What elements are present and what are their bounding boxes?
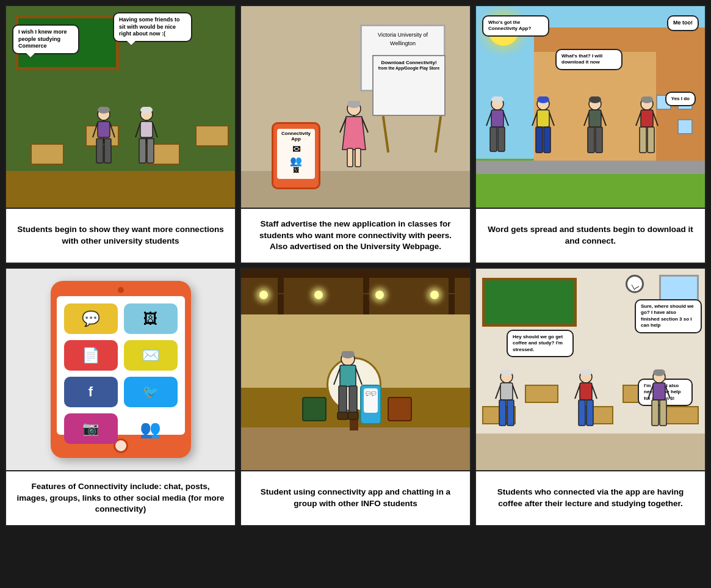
svg-rect-14 bbox=[147, 139, 154, 163]
panel3: Who's got the Connectivity App? Me too! … bbox=[475, 5, 706, 264]
features-tablet: 💬 🖼 📄 ✉️ f 🐦 📷 👥 bbox=[51, 281, 191, 458]
svg-rect-33 bbox=[537, 110, 549, 127]
svg-rect-54 bbox=[340, 365, 356, 387]
svg-rect-22 bbox=[347, 148, 353, 167]
svg-rect-47 bbox=[641, 110, 653, 127]
bubble-coffee-study: Hey should we go get coffee and study? I… bbox=[507, 330, 574, 357]
chair-1 bbox=[302, 397, 327, 421]
facebook-icon: f bbox=[64, 377, 118, 407]
bubble-where-go: Sure, where should we go? I have also fi… bbox=[635, 299, 702, 333]
bubble-who-has-app: Who's got the Connectivity App? bbox=[482, 15, 549, 37]
panel2-image: Victoria University of Wellington Connec… bbox=[241, 6, 470, 208]
panel5-image: 💬💬 bbox=[241, 269, 470, 470]
svg-rect-29 bbox=[490, 127, 497, 151]
svg-rect-50 bbox=[640, 127, 646, 153]
svg-line-64 bbox=[496, 385, 500, 399]
svg-line-28 bbox=[503, 112, 508, 126]
person-6c bbox=[647, 369, 671, 437]
panel5: 💬💬 Student using connectivity app and ch… bbox=[240, 267, 471, 526]
people-icon: 👥 bbox=[124, 413, 178, 444]
desk-2 bbox=[525, 385, 558, 403]
person-1 bbox=[92, 107, 116, 174]
svg-line-34 bbox=[532, 112, 537, 126]
svg-rect-80 bbox=[652, 400, 659, 426]
person-2 bbox=[134, 107, 159, 174]
svg-rect-30 bbox=[498, 127, 505, 151]
panel4-image: 💬 🖼 📄 ✉️ f 🐦 📷 👥 bbox=[6, 269, 235, 470]
person-cafe bbox=[333, 351, 363, 430]
svg-rect-77 bbox=[653, 383, 665, 400]
svg-rect-40 bbox=[589, 110, 601, 127]
panel4: 💬 🖼 📄 ✉️ f 🐦 📷 👥 bbox=[5, 267, 236, 526]
person-3d bbox=[635, 96, 659, 164]
svg-rect-10 bbox=[140, 122, 153, 137]
chat-icon: 💬 bbox=[64, 303, 118, 334]
bubble-me-too: Me too! bbox=[667, 15, 699, 31]
svg-rect-70 bbox=[580, 383, 592, 400]
panel2: Victoria University of Wellington Connec… bbox=[240, 5, 471, 264]
svg-rect-36 bbox=[536, 127, 543, 153]
svg-line-49 bbox=[653, 112, 658, 126]
panel5-caption: Student using connectivity app and chatt… bbox=[241, 470, 470, 525]
svg-rect-6 bbox=[104, 139, 111, 163]
svg-rect-51 bbox=[648, 127, 654, 153]
svg-line-35 bbox=[549, 112, 554, 126]
svg-line-72 bbox=[592, 385, 597, 399]
bubble-whats-that: What's that? I will download it now bbox=[555, 49, 623, 70]
panel6-caption: Students who connected via the app are h… bbox=[476, 470, 705, 525]
svg-rect-81 bbox=[660, 400, 666, 426]
panel1-image: I wish I knew more people studying Comme… bbox=[6, 6, 235, 208]
svg-line-56 bbox=[356, 368, 362, 385]
person-6b bbox=[574, 369, 598, 437]
chalkboard-2 bbox=[482, 278, 577, 327]
person-staff bbox=[339, 101, 369, 174]
panel6-image: Hey should we go get coffee and study? I… bbox=[476, 269, 705, 470]
panel4-caption: Features of Connectivity include: chat, … bbox=[6, 470, 235, 525]
svg-rect-44 bbox=[596, 127, 602, 153]
bubble-yes-i-do: Yes I do bbox=[665, 92, 696, 106]
svg-line-4 bbox=[110, 123, 115, 137]
svg-rect-43 bbox=[588, 127, 594, 153]
chair-2 bbox=[388, 397, 412, 421]
svg-line-3 bbox=[93, 123, 98, 137]
speech-bubble-1: I wish I knew more people studying Comme… bbox=[12, 24, 79, 54]
panel6: Hey should we go get coffee and study? I… bbox=[475, 267, 706, 526]
svg-rect-66 bbox=[499, 400, 506, 426]
person-6a bbox=[494, 369, 519, 437]
panel1: I wish I knew more people studying Comme… bbox=[5, 5, 236, 264]
svg-rect-60 bbox=[348, 412, 358, 419]
clock bbox=[626, 275, 644, 293]
svg-rect-23 bbox=[355, 148, 361, 167]
panel1-caption: Students begin to show they want more co… bbox=[6, 208, 235, 263]
svg-rect-13 bbox=[139, 139, 146, 163]
svg-line-65 bbox=[513, 385, 518, 399]
instagram-icon: 📷 bbox=[64, 413, 118, 444]
person-3b bbox=[531, 96, 555, 164]
svg-line-48 bbox=[636, 112, 641, 126]
svg-line-55 bbox=[334, 368, 340, 385]
person-3c bbox=[583, 96, 607, 164]
svg-line-42 bbox=[601, 112, 606, 126]
easel: Download Connectivity!from the App/Googl… bbox=[372, 55, 452, 153]
connectivity-tablet: Connectivity App ✉ 👥 🖼 bbox=[272, 122, 320, 189]
document-icon: 📄 bbox=[64, 340, 118, 371]
speech-bubble-2: Having some friends to sit with would be… bbox=[113, 12, 192, 42]
panel2-caption: Staff advertise the new application in c… bbox=[241, 208, 470, 263]
email-icon: ✉️ bbox=[124, 340, 178, 371]
svg-rect-37 bbox=[544, 127, 550, 153]
panel3-caption: Word gets spread and students begin to d… bbox=[476, 208, 705, 263]
phone-in-hand: 💬💬 bbox=[360, 385, 381, 424]
svg-rect-2 bbox=[98, 122, 110, 137]
svg-line-41 bbox=[584, 112, 589, 126]
svg-rect-26 bbox=[491, 110, 503, 127]
svg-line-11 bbox=[135, 123, 140, 137]
svg-rect-67 bbox=[507, 400, 514, 426]
person-3a bbox=[485, 96, 510, 164]
svg-line-12 bbox=[153, 123, 157, 137]
svg-rect-73 bbox=[579, 400, 585, 426]
svg-rect-74 bbox=[586, 400, 593, 426]
svg-line-78 bbox=[648, 385, 653, 399]
svg-line-27 bbox=[486, 112, 491, 126]
storyboard: I wish I knew more people studying Comme… bbox=[5, 5, 706, 541]
image-icon: 🖼 bbox=[124, 303, 178, 334]
